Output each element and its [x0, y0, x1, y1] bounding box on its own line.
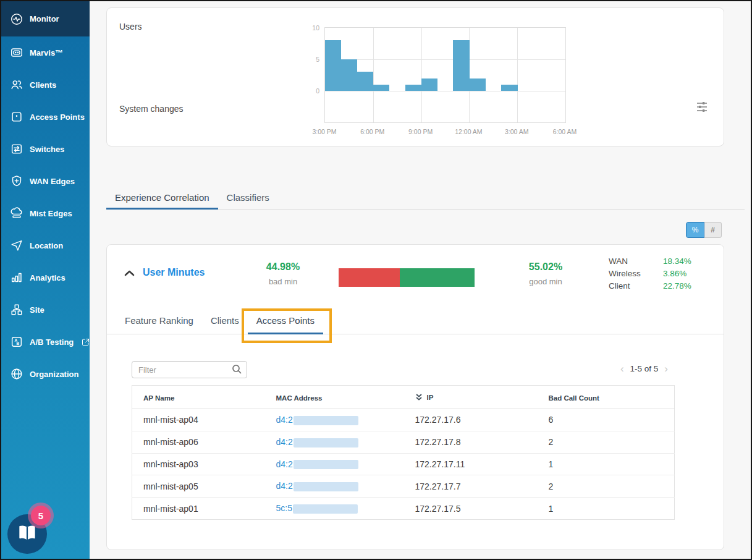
sidebar-item-label: Switches: [30, 145, 64, 154]
mac-address-link[interactable]: d4:2: [276, 459, 293, 469]
site-icon: [10, 303, 23, 316]
sidebar-item-switches[interactable]: Switches: [1, 133, 90, 165]
ip-cell: 172.27.17.8: [404, 431, 538, 453]
sidebar-item-organization[interactable]: Organization: [1, 358, 90, 390]
mist-edges-icon: [10, 206, 23, 220]
subtab-access-points[interactable]: Access Points: [248, 310, 323, 334]
access-points-icon: [10, 110, 23, 124]
histogram-bar: [453, 40, 469, 91]
unit-toggle: % #: [686, 222, 722, 238]
breakdown-label: Wireless: [609, 269, 663, 278]
histogram-bar: [469, 78, 485, 91]
sidebar-item-access-points[interactable]: Access Points: [1, 101, 90, 133]
subtab-clients[interactable]: Clients: [202, 310, 248, 334]
sidebar-item-marvis[interactable]: Marvis™: [1, 36, 90, 69]
sidebar-item-analytics[interactable]: Analytics: [1, 261, 90, 294]
sort-descending-icon[interactable]: [415, 393, 423, 402]
system-changes-row-label: System changes: [119, 104, 184, 114]
gridline-vertical: [517, 28, 518, 122]
table-row[interactable]: mnl-mist-ap04d4:2172.27.17.66: [132, 409, 675, 431]
sidebar-item-label: Access Points: [30, 112, 85, 122]
table-row[interactable]: mnl-mist-ap06d4:2172.27.17.82: [132, 431, 675, 453]
x-axis-tick-label: 9:00 PM: [399, 128, 442, 135]
page-prev-icon[interactable]: ‹: [620, 363, 624, 374]
sidebar-item-monitor[interactable]: Monitor: [1, 1, 90, 36]
monitor-icon: [10, 12, 23, 26]
x-axis-tick-label: 6:00 AM: [543, 128, 586, 135]
ap-name-cell: mnl-mist-ap05: [132, 475, 265, 498]
table-row[interactable]: mnl-mist-ap015c:5172.27.17.51: [132, 498, 675, 520]
sidebar-item-label: Location: [30, 241, 63, 250]
mac-address-link[interactable]: 5c:5: [276, 503, 292, 513]
filter-input[interactable]: [132, 361, 247, 378]
access-points-table: AP NameMAC AddressIPBad Call Count mnl-m…: [132, 385, 675, 520]
notification-badge[interactable]: 5: [31, 506, 51, 525]
sidebar-item-label: Site: [30, 305, 44, 315]
external-link-icon: [80, 337, 90, 347]
sidebar-item-label: Marvis™: [30, 48, 63, 57]
mac-address-link[interactable]: d4:2: [276, 481, 293, 491]
count-toggle-button[interactable]: #: [704, 222, 722, 238]
ap-name-cell: mnl-mist-ap03: [132, 453, 265, 475]
sidebar-item-label: Organization: [30, 370, 78, 379]
column-header-ap-name[interactable]: AP Name: [132, 386, 265, 409]
ab-testing-icon: AB: [10, 335, 23, 349]
column-header-ip[interactable]: IP: [404, 386, 538, 409]
mac-address-cell: 5c:5: [265, 498, 404, 520]
y-axis-tick-label: 0: [305, 87, 319, 95]
table-row[interactable]: mnl-mist-ap05d4:2172.27.17.72: [132, 475, 675, 498]
sidebar-item-label: Mist Edges: [30, 209, 72, 218]
y-axis-tick-label: 10: [305, 24, 319, 32]
mac-redaction-overlay: [294, 416, 358, 425]
breakdown-label: WAN: [609, 257, 663, 266]
bad-call-count-cell: 2: [538, 431, 675, 453]
analytics-icon: [10, 271, 23, 284]
column-header-mac-address[interactable]: MAC Address: [265, 386, 404, 409]
sub-tab-bar: Feature RankingClientsAccess Points: [107, 310, 724, 334]
bad-minutes-block: 44.98% bad min: [243, 261, 323, 286]
mac-address-cell: d4:2: [265, 453, 404, 475]
pagination: ‹ 1-5 of 5 ›: [620, 363, 668, 374]
mac-address-link[interactable]: d4:2: [276, 437, 293, 447]
table-row[interactable]: mnl-mist-ap03d4:2172.27.17.111: [132, 453, 675, 475]
sidebar-item-mist-edges[interactable]: Mist Edges: [1, 197, 90, 229]
mac-address-cell: d4:2: [265, 475, 404, 498]
ip-cell: 172.27.17.11: [404, 453, 538, 475]
breakdown-row: Client22.78%: [609, 281, 691, 291]
mac-redaction-overlay: [294, 482, 358, 491]
sidebar-item-location[interactable]: Location: [1, 229, 90, 261]
users-row-label: Users: [119, 22, 142, 32]
page-next-icon[interactable]: ›: [664, 363, 668, 374]
good-percent-label: good min: [505, 277, 586, 286]
mac-redaction-overlay: [293, 504, 358, 514]
column-header-label: MAC Address: [276, 394, 323, 402]
breakdown-value: 3.86%: [663, 269, 687, 278]
column-header-label: IP: [427, 394, 434, 401]
user-minutes-link[interactable]: User Minutes: [143, 267, 205, 278]
wan-edges-icon: [10, 174, 23, 188]
sidebar-item-a-b-testing[interactable]: ABA/B Testing: [1, 326, 90, 358]
sidebar-item-clients[interactable]: Clients: [1, 69, 90, 101]
histogram-bar: [501, 85, 517, 91]
sidebar-item-wan-edges[interactable]: WAN Edges: [1, 165, 90, 197]
category-breakdown: WAN18.34%Wireless3.86%Client22.78%: [609, 257, 691, 294]
mac-address-link[interactable]: d4:2: [276, 415, 293, 425]
tab-classifiers[interactable]: Classifiers: [218, 187, 278, 210]
sidebar-item-site[interactable]: Site: [1, 294, 90, 326]
mac-redaction-overlay: [294, 460, 358, 469]
subtab-feature-ranking[interactable]: Feature Ranking: [116, 310, 202, 334]
histogram-bar: [325, 40, 341, 91]
collapse-chevron-icon[interactable]: [124, 268, 135, 279]
chart-settings-sliders-icon[interactable]: [695, 101, 709, 116]
column-header-bad-call-count[interactable]: Bad Call Count: [538, 386, 675, 409]
sidebar: MonitorMarvis™ClientsAccess PointsSwitch…: [1, 1, 90, 559]
histogram-bar: [357, 72, 373, 91]
sidebar-item-label: A/B Testing: [30, 337, 74, 347]
sidebar-item-label: WAN Edges: [30, 177, 75, 186]
percent-toggle-button[interactable]: %: [686, 222, 704, 238]
ip-cell: 172.27.17.5: [404, 498, 538, 520]
clients-icon: [10, 78, 23, 91]
switches-icon: [10, 142, 23, 156]
bad-call-count-cell: 1: [538, 453, 675, 475]
tab-experience-correlation[interactable]: Experience Correlation: [106, 187, 218, 210]
